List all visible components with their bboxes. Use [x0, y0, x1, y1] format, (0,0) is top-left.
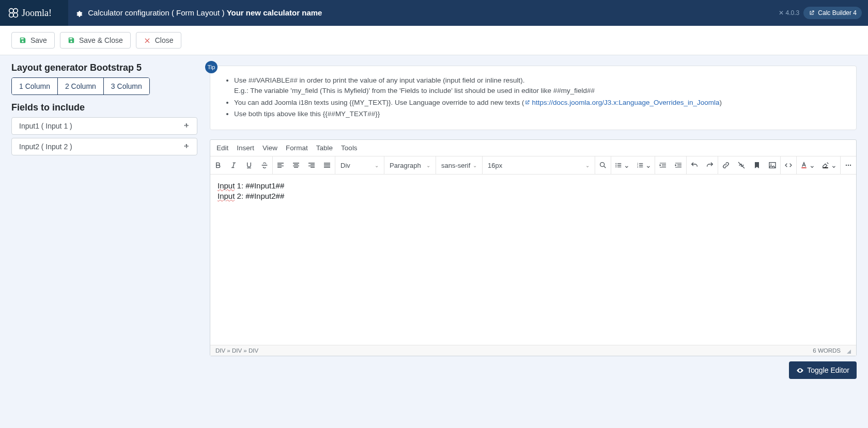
align-center-button[interactable]: [288, 156, 304, 174]
font-select[interactable]: sans-serif⌄: [436, 156, 483, 174]
more-icon: [844, 161, 853, 169]
svg-rect-13: [801, 167, 806, 168]
menu-format[interactable]: Format: [286, 144, 308, 152]
floppy-icon: [19, 37, 26, 44]
close-button[interactable]: Close: [136, 32, 181, 49]
topbar: Joomla! Calculator configuration ( Form …: [0, 0, 868, 26]
floppy-icon: [68, 37, 75, 44]
align-center-icon: [292, 161, 300, 169]
save-button[interactable]: Save: [11, 32, 55, 49]
block-select[interactable]: Div⌄: [335, 156, 384, 174]
tip-link[interactable]: https://docs.joomla.org/J3.x:Language_Ov…: [524, 99, 720, 106]
close-icon: [144, 37, 151, 44]
search-button[interactable]: [595, 156, 611, 174]
svg-text:3: 3: [637, 166, 639, 168]
editor-statusbar: DIV » DIV » DIV 6 WORDS: [210, 345, 856, 356]
link-button[interactable]: [718, 156, 734, 174]
outdent-button[interactable]: [655, 156, 671, 174]
svg-point-6: [615, 165, 616, 166]
indent-button[interactable]: [671, 156, 686, 174]
tab-1-column[interactable]: 1 Column: [12, 78, 58, 94]
underline-icon: [245, 161, 253, 169]
tip-item-both: Use both tips above like this {{##MY_TEX…: [234, 109, 845, 119]
editor-body[interactable]: Input 1: ##Input1## Input 2: ##Input2##: [210, 175, 856, 345]
textcolor-button[interactable]: ⌄: [797, 156, 818, 174]
bgcolor-button[interactable]: ⌄: [818, 156, 840, 174]
ol-button[interactable]: 123⌄: [633, 156, 655, 174]
editor-menubar: Edit Insert View Format Table Tools: [210, 140, 856, 156]
chevron-down-icon: ⌄: [426, 163, 430, 168]
size-select[interactable]: 16px⌄: [483, 156, 595, 174]
element-path[interactable]: DIV » DIV » DIV: [215, 347, 258, 354]
chevron-down-icon: ⌄: [375, 163, 379, 168]
field-label: Input1 ( Input 1 ): [19, 122, 72, 130]
italic-button[interactable]: [226, 156, 241, 174]
code-icon: [784, 161, 793, 169]
tip-item-variable: Use ##VARIABLE## in order to print the v…: [234, 75, 845, 97]
field-item-input1[interactable]: Input1 ( Input 1 ): [11, 117, 197, 135]
fields-title: Fields to include: [11, 102, 197, 113]
redo-button[interactable]: [702, 156, 718, 174]
save-close-button[interactable]: Save & Close: [60, 32, 131, 49]
brand-logo[interactable]: Joomla!: [0, 0, 68, 26]
ul-button[interactable]: ⌄: [611, 156, 633, 174]
svg-point-5: [615, 163, 616, 164]
chevron-down-icon: ⌄: [809, 161, 815, 169]
paragraph-select[interactable]: Paragraph⌄: [384, 156, 436, 174]
align-right-icon: [307, 161, 316, 169]
svg-point-4: [600, 163, 605, 167]
bookmark-button[interactable]: [749, 156, 765, 174]
word-count: 6 WORDS: [813, 347, 841, 354]
toggle-editor-button[interactable]: Toggle Editor: [789, 361, 857, 379]
svg-rect-14: [823, 167, 828, 168]
tip-item-i18n: You can add Joomla i18n texts using {{MY…: [234, 98, 845, 108]
menu-tools[interactable]: Tools: [341, 144, 358, 152]
code-button[interactable]: [781, 156, 796, 174]
svg-point-3: [13, 13, 18, 17]
chevron-down-icon: ⌄: [585, 163, 590, 168]
more-button[interactable]: [841, 156, 856, 174]
resize-handle[interactable]: [845, 347, 851, 354]
align-justify-button[interactable]: [319, 156, 335, 174]
svg-point-17: [850, 165, 851, 166]
svg-point-7: [615, 166, 616, 167]
bold-icon: [214, 161, 222, 169]
title-prefix: Calculator configuration ( Form Layout ): [88, 8, 224, 17]
menu-insert[interactable]: Insert: [237, 144, 254, 152]
undo-button[interactable]: [687, 156, 702, 174]
move-icon: [183, 144, 190, 150]
eye-icon: [796, 367, 804, 374]
svg-point-2: [9, 13, 13, 17]
align-right-button[interactable]: [304, 156, 319, 174]
chevron-down-icon: ⌄: [831, 161, 837, 169]
bold-button[interactable]: [210, 156, 226, 174]
topbar-meta: ✕ 4.0.3 Calc Builder 4: [779, 7, 868, 19]
strike-button[interactable]: [257, 156, 272, 174]
menu-table[interactable]: Table: [316, 144, 333, 152]
gear-icon: [75, 10, 83, 18]
unlink-button[interactable]: [734, 156, 749, 174]
link-icon: [722, 161, 730, 169]
joomla-icon: [8, 8, 19, 18]
tab-2-column[interactable]: 2 Column: [58, 78, 104, 94]
highlight-icon: [822, 161, 830, 169]
menu-view[interactable]: View: [262, 144, 277, 152]
chevron-down-icon: ⌄: [624, 161, 630, 169]
strike-icon: [260, 161, 269, 169]
ol-icon: 123: [636, 161, 644, 169]
toggle-label: Toggle Editor: [807, 366, 849, 374]
underline-button[interactable]: [241, 156, 257, 174]
field-item-input2[interactable]: Input2 ( Input 2 ): [11, 138, 197, 155]
module-badge[interactable]: Calc Builder 4: [803, 7, 862, 19]
main-content: Layout generator Bootstrap 5 1 Column 2 …: [0, 55, 868, 391]
menu-edit[interactable]: Edit: [216, 144, 228, 152]
svg-point-15: [846, 165, 847, 166]
close-label: Close: [155, 36, 174, 44]
align-left-button[interactable]: [273, 156, 288, 174]
tab-3-column[interactable]: 3 Column: [104, 78, 149, 94]
left-column: Layout generator Bootstrap 5 1 Column 2 …: [11, 62, 197, 158]
save-label: Save: [30, 36, 47, 44]
image-button[interactable]: [765, 156, 780, 174]
svg-point-1: [13, 9, 18, 13]
italic-icon: [229, 161, 238, 169]
